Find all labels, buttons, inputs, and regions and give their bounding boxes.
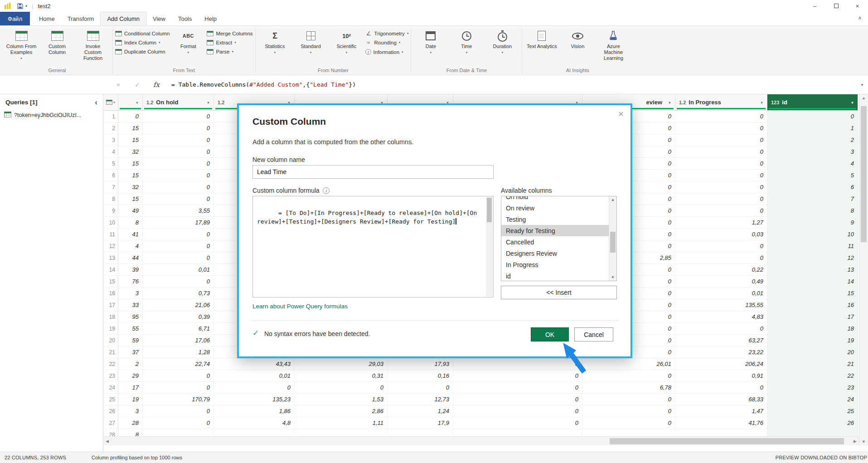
grid-cell[interactable]: 19 bbox=[767, 335, 858, 346]
available-column-item[interactable]: In Progress bbox=[501, 259, 609, 270]
formula-accept-icon[interactable]: ✓ bbox=[128, 81, 147, 88]
grid-cell[interactable]: 0,49 bbox=[675, 276, 767, 287]
grid-cell[interactable]: 0 bbox=[388, 382, 453, 393]
row-number[interactable]: 1 bbox=[103, 111, 118, 122]
grid-cell[interactable]: 37 bbox=[118, 346, 143, 358]
grid-cell[interactable]: 5 bbox=[767, 170, 858, 181]
row-number[interactable]: 4 bbox=[103, 146, 118, 157]
grid-cell[interactable]: 2 bbox=[118, 358, 143, 370]
grid-cell[interactable]: 0 bbox=[143, 158, 214, 169]
grid-cell[interactable]: 1,53 bbox=[295, 394, 388, 405]
grid-cell[interactable]: 55 bbox=[118, 323, 143, 334]
insert-button[interactable]: << Insert bbox=[501, 286, 617, 299]
formula-cancel-icon[interactable]: × bbox=[109, 81, 128, 88]
grid-cell[interactable]: 0,16 bbox=[388, 370, 453, 381]
row-number[interactable]: 2 bbox=[103, 122, 118, 134]
collapse-ribbon-icon[interactable]: ∧ bbox=[858, 15, 862, 21]
available-column-item[interactable]: id bbox=[501, 270, 609, 281]
grid-cell[interactable]: 0 bbox=[675, 240, 767, 252]
row-number[interactable]: 22 bbox=[103, 358, 118, 370]
grid-cell[interactable]: 0 bbox=[582, 417, 675, 429]
row-number[interactable]: 3 bbox=[103, 134, 118, 146]
grid-cell[interactable]: 21,06 bbox=[143, 299, 214, 311]
grid-cell[interactable]: 59 bbox=[118, 335, 143, 346]
rounding-button[interactable]: ≈ Rounding ▾ bbox=[365, 40, 409, 45]
grid-cell[interactable]: 95 bbox=[118, 311, 143, 322]
grid-cell[interactable]: 21 bbox=[767, 358, 858, 370]
grid-cell[interactable]: 0 bbox=[118, 111, 143, 122]
filter-icon[interactable]: ▾ bbox=[134, 99, 141, 106]
row-number[interactable]: 26 bbox=[103, 405, 118, 417]
row-number[interactable]: 12 bbox=[103, 240, 118, 252]
grid-cell[interactable] bbox=[453, 429, 582, 436]
grid-cell[interactable]: 0,73 bbox=[143, 288, 214, 299]
column-header-id[interactable]: 123id▾ bbox=[767, 94, 858, 110]
grid-cell[interactable]: 19 bbox=[118, 394, 143, 405]
cancel-button[interactable]: Cancel bbox=[574, 327, 613, 341]
grid-cell[interactable]: 0 bbox=[453, 358, 582, 370]
grid-cell[interactable]: 135,55 bbox=[675, 299, 767, 311]
grid-cell[interactable]: 0 bbox=[675, 111, 767, 122]
filter-icon[interactable]: ▾ bbox=[205, 99, 212, 106]
horizontal-scroll-thumb[interactable] bbox=[610, 438, 844, 444]
grid-cell[interactable]: 28 bbox=[118, 417, 143, 429]
grid-cell[interactable]: 3 bbox=[767, 146, 858, 157]
grid-cell[interactable]: 0 bbox=[675, 134, 767, 146]
grid-cell[interactable]: 41,76 bbox=[675, 417, 767, 429]
index-column-button[interactable]: Index Column ▾ bbox=[115, 40, 170, 45]
grid-cell[interactable]: 3 bbox=[118, 405, 143, 417]
grid-cell[interactable]: 0 bbox=[453, 382, 582, 393]
grid-cell[interactable]: 23 bbox=[767, 382, 858, 393]
tab-help[interactable]: Help bbox=[198, 12, 223, 25]
duplicate-column-button[interactable]: Duplicate Column bbox=[115, 49, 170, 54]
available-column-item[interactable]: Ready for Testing bbox=[501, 225, 609, 236]
grid-cell[interactable]: 17 bbox=[118, 382, 143, 393]
scroll-left-icon[interactable]: ◀ bbox=[106, 439, 109, 444]
grid-cell[interactable]: 22,74 bbox=[143, 358, 214, 370]
grid-cell[interactable]: 0 bbox=[143, 134, 214, 146]
row-number[interactable]: 24 bbox=[103, 382, 118, 393]
grid-cell[interactable]: 8 bbox=[118, 217, 143, 228]
column-from-examples-button[interactable]: Column From Examples ▾ bbox=[4, 27, 39, 61]
tab-add-column[interactable]: Add Column bbox=[100, 12, 146, 25]
grid-cell[interactable]: 0 bbox=[295, 382, 388, 393]
grid-cell[interactable]: 0 bbox=[675, 205, 767, 216]
grid-cell[interactable]: 0 bbox=[143, 276, 214, 287]
grid-cell[interactable]: 206,24 bbox=[675, 358, 767, 370]
scroll-up-icon[interactable]: ▲ bbox=[859, 96, 868, 100]
grid-cell[interactable]: 0 bbox=[675, 193, 767, 205]
grid-cell[interactable]: 2 bbox=[767, 134, 858, 146]
grid-cell[interactable]: 9 bbox=[767, 217, 858, 228]
grid-cell[interactable]: 0 bbox=[143, 181, 214, 193]
available-column-item[interactable]: On review bbox=[501, 202, 609, 214]
grid-cell[interactable]: 68,33 bbox=[675, 394, 767, 405]
grid-cell[interactable]: 41 bbox=[118, 229, 143, 240]
horizontal-scrollbar[interactable]: ◀ ▶ bbox=[103, 436, 859, 445]
grid-cell[interactable]: 0,01 bbox=[143, 264, 214, 275]
vision-button[interactable]: Vision bbox=[560, 27, 595, 50]
grid-cell[interactable]: 0 bbox=[143, 240, 214, 252]
grid-cell[interactable]: 3,55 bbox=[143, 205, 214, 216]
query-item[interactable]: ?token=eyJhbGciOiJIUzI... bbox=[0, 109, 103, 121]
maximize-button[interactable] bbox=[825, 0, 847, 12]
row-number[interactable]: 25 bbox=[103, 394, 118, 405]
grid-cell[interactable]: 0 bbox=[143, 370, 214, 381]
grid-cell[interactable]: 0 bbox=[143, 146, 214, 157]
scroll-right-icon[interactable]: ▶ bbox=[853, 439, 857, 444]
formula-input[interactable]: = Table.RemoveColumns(#"Added Custom",{"… bbox=[166, 78, 856, 92]
grid-cell[interactable]: 25 bbox=[767, 405, 858, 417]
statistics-button[interactable]: Σ Statistics ▾ bbox=[258, 27, 292, 55]
ok-button[interactable]: OK bbox=[531, 327, 569, 341]
available-columns-list[interactable]: On holdOn reviewTestingReady for Testing… bbox=[501, 196, 617, 281]
information-button[interactable]: i Information ▾ bbox=[365, 49, 409, 55]
grid-cell[interactable]: 26 bbox=[767, 417, 858, 429]
grid-cell[interactable] bbox=[295, 429, 388, 436]
grid-cell[interactable]: 0 bbox=[675, 146, 767, 157]
azure-ml-button[interactable]: Azure Machine Learning bbox=[596, 27, 630, 63]
grid-cell[interactable]: 17,89 bbox=[143, 217, 214, 228]
grid-cell[interactable]: 29 bbox=[118, 370, 143, 381]
merge-columns-button[interactable]: Merge Columns bbox=[207, 31, 252, 36]
grid-cell[interactable]: 0 bbox=[675, 382, 767, 393]
grid-cell[interactable]: 44 bbox=[118, 252, 143, 263]
row-number[interactable]: 5 bbox=[103, 158, 118, 169]
